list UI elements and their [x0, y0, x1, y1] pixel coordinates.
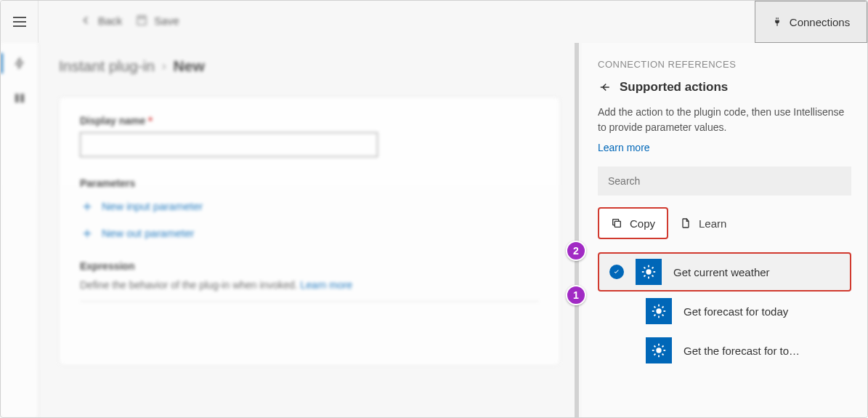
back-arrow-icon[interactable]: [598, 81, 611, 94]
sun-icon: [646, 337, 672, 363]
checkmark-icon: [609, 265, 624, 279]
panel-eyebrow: CONNECTION REFERENCES: [598, 59, 851, 70]
svg-line-28: [654, 345, 655, 347]
expression-label: Expression: [80, 260, 539, 272]
rail-item-columns[interactable]: [8, 87, 31, 110]
breadcrumb-parent[interactable]: Instant plug-in: [59, 57, 155, 75]
action-label: Get the forecast for to…: [684, 345, 841, 357]
svg-line-31: [662, 345, 664, 347]
plus-icon: ＋: [80, 223, 94, 243]
svg-point-14: [656, 308, 661, 313]
callout-1: 1: [566, 285, 586, 305]
new-out-parameter[interactable]: ＋ New out parameter: [80, 223, 539, 243]
learn-link[interactable]: Learn: [680, 217, 726, 230]
breadcrumb-current: New: [174, 57, 205, 75]
search-input[interactable]: [598, 166, 851, 196]
svg-line-10: [644, 267, 645, 268]
new-input-parameter[interactable]: ＋ New input parameter: [80, 196, 539, 216]
form-card: Display name * Parameters ＋ New input pa…: [59, 97, 560, 366]
action-get-forecast-tomorrow[interactable]: Get the forecast for to…: [636, 331, 851, 370]
svg-line-20: [662, 315, 664, 316]
expression-editor[interactable]: [80, 301, 539, 345]
document-icon: [680, 217, 691, 229]
svg-line-21: [654, 315, 655, 316]
breadcrumb: Instant plug-in › New: [59, 57, 560, 75]
callout-2: 2: [566, 241, 586, 261]
panel-description: Add the action to the plugin code, then …: [598, 105, 851, 135]
svg-rect-4: [615, 221, 620, 227]
svg-line-30: [654, 354, 655, 355]
display-name-input[interactable]: [80, 132, 378, 157]
svg-rect-3: [20, 94, 24, 103]
save-label: Save: [154, 15, 179, 27]
expression-learn-more[interactable]: Learn more: [301, 279, 353, 291]
connections-label: Connections: [790, 16, 850, 28]
action-label: Get forecast for today: [684, 305, 841, 318]
svg-rect-1: [139, 16, 144, 19]
svg-rect-2: [15, 94, 19, 103]
pane-resize-handle[interactable]: [575, 43, 579, 417]
panel-title: Supported actions: [620, 80, 728, 95]
svg-line-13: [652, 267, 654, 268]
copy-icon: [611, 217, 622, 229]
plug-icon: [772, 17, 782, 27]
parameters-label: Parameters: [80, 177, 539, 189]
copy-button[interactable]: Copy: [598, 207, 668, 239]
svg-point-23: [656, 347, 661, 353]
svg-line-22: [662, 306, 664, 308]
back-button[interactable]: Back: [79, 14, 122, 27]
svg-line-12: [644, 276, 645, 277]
sun-icon: [636, 259, 662, 285]
supported-actions-list: Get current weather Get forecast for tod…: [598, 252, 851, 370]
action-get-forecast-today[interactable]: Get forecast for today: [636, 292, 851, 331]
expression-desc: Define the behavior of the plug-in when …: [80, 279, 539, 291]
plus-icon: ＋: [80, 196, 94, 216]
svg-rect-0: [137, 16, 146, 25]
rail-item-lightning[interactable]: [8, 52, 31, 75]
copy-label: Copy: [630, 217, 655, 230]
chevron-right-icon: ›: [162, 59, 166, 73]
panel-learn-more[interactable]: Learn more: [598, 142, 650, 153]
learn-label: Learn: [699, 217, 726, 230]
action-label: Get current weather: [673, 266, 840, 278]
left-rail: [1, 43, 38, 417]
svg-line-19: [654, 306, 655, 308]
svg-line-11: [652, 276, 654, 277]
save-button[interactable]: Save: [135, 14, 179, 27]
sun-icon: [646, 298, 672, 324]
connection-references-panel: CONNECTION REFERENCES Supported actions …: [582, 43, 867, 417]
display-name-label: Display name *: [80, 115, 539, 126]
connections-button[interactable]: Connections: [755, 1, 867, 43]
svg-point-5: [646, 269, 651, 274]
svg-line-29: [662, 354, 664, 355]
action-get-current-weather[interactable]: Get current weather: [598, 252, 851, 292]
back-label: Back: [98, 15, 122, 27]
